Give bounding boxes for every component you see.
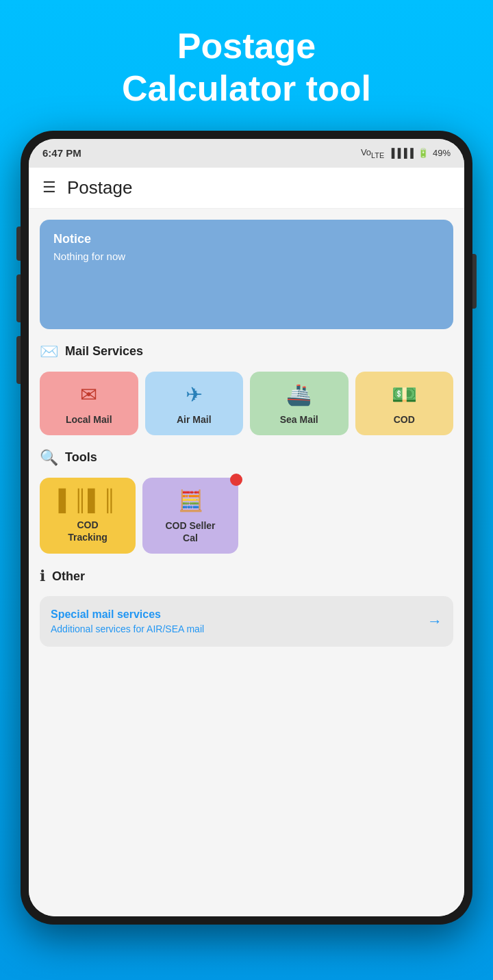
main-content: Notice Nothing for now ✉️ Mail Services …: [29, 209, 464, 916]
cod-tracking-label: CODTracking: [68, 519, 108, 543]
tools-label: Tools: [65, 450, 97, 465]
notification-dot: [230, 474, 242, 486]
cod-seller-icon: 🧮: [178, 489, 203, 513]
hero-section: Postage Calculator tool: [122, 0, 371, 110]
tool-card-cod-tracking[interactable]: ▌║▌║ CODTracking: [40, 478, 136, 554]
network-icon: VoLTE: [361, 147, 384, 159]
app-title: Postage: [67, 177, 132, 198]
sea-mail-label: Sea Mail: [280, 413, 318, 426]
silent-button: [16, 227, 21, 261]
mail-services-label: Mail Services: [65, 344, 143, 359]
signal-icon: ▐▐▐▐: [388, 148, 414, 158]
notice-title: Notice: [53, 232, 440, 246]
battery-level: 49%: [433, 148, 451, 158]
special-mail-title: Special mail services: [51, 608, 204, 621]
cod-seller-label: COD SellerCal: [165, 519, 215, 544]
volume-down-button: [16, 336, 21, 384]
phone-screen: 6:47 PM VoLTE ▐▐▐▐ 🔋 49% ☰ Postage Notic…: [29, 139, 464, 916]
status-bar: 6:47 PM VoLTE ▐▐▐▐ 🔋 49%: [29, 139, 464, 168]
sea-mail-icon: 🚢: [286, 383, 312, 407]
tools-search-icon: 🔍: [40, 449, 58, 467]
power-button: [472, 254, 477, 309]
hamburger-icon[interactable]: ☰: [42, 179, 56, 196]
cod-label: COD: [394, 413, 415, 426]
tool-card-cod-seller[interactable]: 🧮 COD SellerCal: [142, 478, 238, 554]
service-card-cod[interactable]: 💵 COD: [355, 372, 454, 435]
local-mail-label: Local Mail: [66, 413, 112, 426]
service-card-air-mail[interactable]: ✈ Air Mail: [145, 372, 244, 435]
cod-icon: 💵: [392, 383, 417, 407]
app-header: ☰ Postage: [29, 168, 464, 209]
special-mail-texts: Special mail services Additional service…: [51, 608, 204, 634]
notice-card: Notice Nothing for now: [40, 220, 453, 329]
cod-tracking-icon: ▌║▌║: [58, 489, 116, 512]
service-card-local-mail[interactable]: ✉ Local Mail: [40, 372, 138, 435]
special-mail-subtitle: Additional services for AIR/SEA mail: [51, 623, 204, 634]
status-time: 6:47 PM: [42, 147, 81, 159]
phone-frame: 6:47 PM VoLTE ▐▐▐▐ 🔋 49% ☰ Postage Notic…: [21, 131, 472, 925]
tools-header: 🔍 Tools: [40, 449, 453, 467]
special-mail-card[interactable]: Special mail services Additional service…: [40, 596, 453, 647]
mail-services-header: ✉️ Mail Services: [40, 343, 453, 361]
arrow-right-icon: →: [427, 612, 442, 630]
mail-services-grid: ✉ Local Mail ✈ Air Mail 🚢 Sea Mail 💵 COD: [40, 372, 453, 435]
notice-text: Nothing for now: [53, 250, 440, 262]
mail-icon: ✉️: [40, 343, 58, 361]
volume-up-button: [16, 274, 21, 322]
info-icon: ℹ: [40, 567, 45, 585]
tools-grid: ▌║▌║ CODTracking 🧮 COD SellerCal: [40, 478, 453, 554]
hero-title: Postage Calculator tool: [122, 25, 371, 110]
battery-icon: 🔋: [418, 148, 429, 158]
local-mail-icon: ✉: [80, 383, 97, 407]
status-icons: VoLTE ▐▐▐▐ 🔋 49%: [361, 147, 451, 159]
other-label: Other: [52, 569, 85, 584]
other-header: ℹ Other: [40, 567, 453, 585]
air-mail-icon: ✈: [186, 383, 203, 407]
air-mail-label: Air Mail: [177, 413, 212, 426]
service-card-sea-mail[interactable]: 🚢 Sea Mail: [250, 372, 349, 435]
